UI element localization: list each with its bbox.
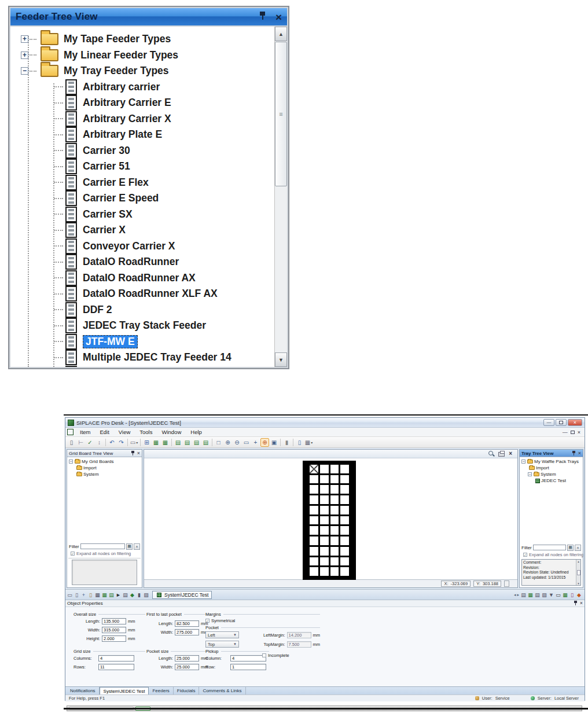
menu-help[interactable]: Help xyxy=(186,429,207,435)
tray-pocket[interactable] xyxy=(310,516,318,525)
menu-item[interactable]: Item xyxy=(75,429,95,435)
filter-apply-button[interactable]: ▦ xyxy=(567,545,574,551)
close-button[interactable]: × xyxy=(568,419,582,426)
bottom-tab-fiducials[interactable]: Fiducials xyxy=(174,687,200,694)
feeder-folder-row[interactable]: +My Tape Feeder Types xyxy=(10,31,273,47)
tray-pocket[interactable] xyxy=(320,567,329,576)
clipboard-tool-icon[interactable]: ▯ xyxy=(87,591,94,598)
tray-pocket[interactable] xyxy=(310,547,318,556)
green-grid-icon[interactable]: ▦ xyxy=(527,591,534,598)
menu-view[interactable]: View xyxy=(114,429,135,435)
pin-tool-icon[interactable]: ▮ xyxy=(136,591,142,598)
sync-tool-icon[interactable]: ↕ xyxy=(95,438,104,447)
tree-node-selected[interactable]: JEDEC Test xyxy=(521,477,583,484)
feeder-type-item[interactable]: Carrier E Speed xyxy=(10,190,273,207)
marker-tool-icon[interactable]: ◆ xyxy=(576,591,582,598)
comment-scrollbar[interactable]: ▴ ▾ xyxy=(576,560,580,585)
vision-tool-icon[interactable]: ▼ xyxy=(548,591,554,598)
layout-list-icon[interactable]: ▤ xyxy=(520,591,527,598)
scroll-thumb[interactable]: ≡ xyxy=(275,42,287,186)
feeder-type-item[interactable]: Carrier 51 xyxy=(10,159,273,175)
tree-node[interactable]: Import xyxy=(521,465,583,471)
scroll-up-icon[interactable]: ▴ xyxy=(578,560,579,563)
pocket-side-dropdown-top[interactable]: Top ▼ xyxy=(205,641,239,648)
tray-pocket[interactable] xyxy=(330,526,339,535)
pickup-row-field[interactable]: 1 xyxy=(230,664,266,670)
component-tool-icon[interactable]: ◆ xyxy=(129,591,135,598)
tray-pocket[interactable] xyxy=(340,516,349,525)
first-to-last-length-field[interactable]: 82.500 xyxy=(175,620,199,627)
pin-icon[interactable] xyxy=(572,451,576,456)
grid-board-panel-header[interactable]: Grid Board Tree View × xyxy=(67,450,142,457)
zoom-icon[interactable] xyxy=(488,451,494,457)
green-board-icon[interactable]: ▦ xyxy=(101,591,108,598)
tray-pocket[interactable] xyxy=(340,475,349,484)
tray-pocket[interactable] xyxy=(310,475,318,484)
overall-size-width-field[interactable]: 315.000 xyxy=(102,627,126,633)
tree-node[interactable]: Import xyxy=(69,465,142,471)
scroll-right-icon[interactable]: ▸ xyxy=(517,593,519,597)
tray-tool-icon[interactable]: ▤ xyxy=(108,591,115,598)
expand-toggle-icon[interactable]: + xyxy=(21,35,28,43)
route-tool-icon[interactable]: ⊢ xyxy=(76,438,85,447)
pin-icon[interactable] xyxy=(574,601,578,606)
tray-pocket[interactable] xyxy=(340,536,349,545)
filter-input[interactable] xyxy=(533,545,566,550)
station-2-icon[interactable]: ▤ xyxy=(183,438,192,447)
pocket-side-dropdown-left[interactable]: Left ▼ xyxy=(205,631,239,638)
scroll-up-button[interactable]: ▲ xyxy=(275,27,287,41)
tray-pocket[interactable] xyxy=(310,526,318,535)
tray-pocket[interactable] xyxy=(330,536,339,545)
bottom-tab-feeders[interactable]: Feeders xyxy=(149,687,173,694)
board-view-icon[interactable]: ▦ xyxy=(152,438,160,447)
zoom-out-icon[interactable]: ⊖ xyxy=(233,438,241,447)
collapse-icon[interactable]: − xyxy=(69,460,73,464)
feeder-type-item[interactable]: Arbitrary carrier xyxy=(10,79,273,95)
feeder-folder-row[interactable]: +My Linear Feeder Types xyxy=(10,47,273,64)
feeder-panel-titlebar[interactable]: Feeder Tree View × xyxy=(10,8,287,25)
grid-tool-icon[interactable]: ▨ xyxy=(143,591,149,598)
document-icon[interactable] xyxy=(67,429,74,435)
tray-pocket[interactable] xyxy=(330,547,339,556)
accept-tool-icon[interactable]: ✓ xyxy=(86,438,94,447)
tree-node[interactable]: System xyxy=(69,471,142,477)
zoom-in-icon[interactable]: ⊕ xyxy=(223,438,232,447)
feeder-type-item[interactable]: Arbitrary Carrier E xyxy=(10,95,273,111)
tray-pocket[interactable] xyxy=(320,547,329,556)
menu-window[interactable]: Window xyxy=(157,429,186,435)
print-tool-icon[interactable]: ▤ xyxy=(122,591,128,598)
pickup-column-field[interactable]: 4 xyxy=(230,655,266,661)
feeder-type-item[interactable]: Carrier 30 xyxy=(10,143,273,159)
overall-size-length-field[interactable]: 135.900 xyxy=(102,618,126,624)
feeder-type-item[interactable]: JEDEC Tray Stack Feeder xyxy=(10,318,273,334)
tray-pocket[interactable] xyxy=(320,516,329,525)
tray-pocket[interactable] xyxy=(310,567,318,576)
scroll-left-icon[interactable]: ◂ xyxy=(514,593,516,597)
overall-size-height-field[interactable]: 2.000 xyxy=(102,635,126,642)
feeder-type-item[interactable]: Arbitrary Carrier X xyxy=(10,111,273,127)
bottom-tab-system-jedec-test[interactable]: System\JEDEC Test xyxy=(100,687,149,694)
close-icon[interactable]: × xyxy=(275,12,282,23)
expand-filter-checkbox[interactable]: ✓ xyxy=(71,552,75,556)
tray-pocket[interactable] xyxy=(330,485,339,494)
pocket-size-width-field[interactable]: 25.000 xyxy=(175,664,199,670)
document-tab[interactable]: System\JEDEC Test xyxy=(152,591,212,599)
filter-input[interactable] xyxy=(80,543,125,549)
tray-pocket[interactable] xyxy=(320,485,329,494)
station-1-icon[interactable]: ▤ xyxy=(174,438,182,447)
tree-node-root[interactable]: − My Waffle Pack Trays xyxy=(521,458,583,465)
top-margin-field[interactable]: 7.500 xyxy=(287,641,311,648)
tray-pocket[interactable] xyxy=(340,547,349,556)
column-config-icon[interactable]: ▦▾ xyxy=(304,438,313,447)
window-layout-icon[interactable]: ⊞ xyxy=(142,438,151,447)
tray-pocket[interactable] xyxy=(340,526,349,535)
grid-size-rows-field[interactable]: 11 xyxy=(98,664,134,670)
machine-view-icon[interactable]: ▤ xyxy=(534,591,541,598)
tray-pocket[interactable] xyxy=(330,495,339,504)
tray-pocket[interactable] xyxy=(310,506,318,514)
mdi-restore-button[interactable] xyxy=(571,431,575,434)
notifications-panel-icon[interactable]: ▭ xyxy=(67,591,73,598)
feeder-tree-scrollbar[interactable]: ▲ ≡ ▼ xyxy=(274,27,287,367)
bottom-tab-notifications[interactable]: Notifications xyxy=(67,687,100,694)
symmetrical-checkbox[interactable]: ✓ xyxy=(205,619,210,623)
